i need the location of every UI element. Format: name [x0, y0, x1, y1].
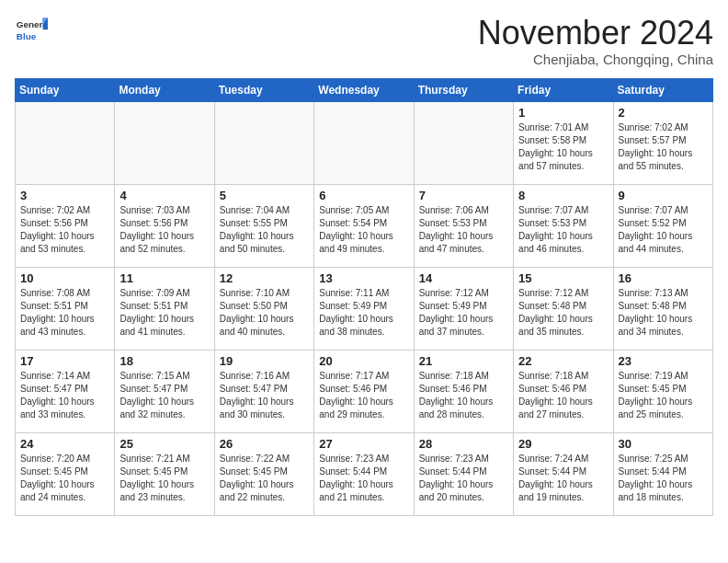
weekday-header-friday: Friday [514, 78, 613, 101]
day-number: 27 [319, 437, 408, 451]
day-info: Sunrise: 7:18 AM Sunset: 5:46 PM Dayligh… [419, 370, 508, 421]
calendar-table: SundayMondayTuesdayWednesdayThursdayFrid… [15, 78, 713, 516]
location-subtitle: Chenjiaba, Chongqing, China [478, 52, 713, 67]
day-info: Sunrise: 7:25 AM Sunset: 5:44 PM Dayligh… [619, 453, 708, 504]
day-number: 9 [619, 189, 708, 202]
weekday-header-monday: Monday [115, 78, 214, 101]
calendar-cell: 2Sunrise: 7:02 AM Sunset: 5:57 PM Daylig… [613, 101, 712, 184]
logo: General Blue [15, 15, 48, 48]
calendar-cell: 26Sunrise: 7:22 AM Sunset: 5:45 PM Dayli… [214, 432, 313, 515]
calendar-cell: 6Sunrise: 7:05 AM Sunset: 5:54 PM Daylig… [314, 184, 414, 267]
calendar-cell: 12Sunrise: 7:10 AM Sunset: 5:50 PM Dayli… [214, 267, 313, 350]
day-info: Sunrise: 7:18 AM Sunset: 5:46 PM Dayligh… [518, 370, 608, 421]
weekday-header-thursday: Thursday [414, 78, 513, 101]
calendar-cell: 8Sunrise: 7:07 AM Sunset: 5:53 PM Daylig… [514, 184, 613, 267]
day-number: 10 [20, 271, 109, 285]
day-number: 8 [518, 189, 608, 202]
day-number: 13 [319, 271, 408, 285]
weekday-header-row: SundayMondayTuesdayWednesdayThursdayFrid… [16, 78, 713, 101]
day-info: Sunrise: 7:02 AM Sunset: 5:57 PM Dayligh… [619, 121, 708, 173]
calendar-cell: 22Sunrise: 7:18 AM Sunset: 5:46 PM Dayli… [514, 350, 613, 432]
day-number: 2 [619, 106, 708, 120]
calendar-cell: 29Sunrise: 7:24 AM Sunset: 5:44 PM Dayli… [514, 432, 613, 515]
calendar-week-row: 3Sunrise: 7:02 AM Sunset: 5:56 PM Daylig… [16, 184, 713, 267]
calendar-cell: 17Sunrise: 7:14 AM Sunset: 5:47 PM Dayli… [16, 350, 115, 432]
weekday-header-saturday: Saturday [613, 78, 712, 101]
calendar-cell: 13Sunrise: 7:11 AM Sunset: 5:49 PM Dayli… [314, 267, 414, 350]
day-number: 21 [419, 354, 508, 368]
calendar-week-row: 24Sunrise: 7:20 AM Sunset: 5:45 PM Dayli… [16, 432, 713, 515]
day-number: 24 [20, 437, 109, 451]
calendar-cell: 28Sunrise: 7:23 AM Sunset: 5:44 PM Dayli… [414, 432, 513, 515]
calendar-cell: 20Sunrise: 7:17 AM Sunset: 5:46 PM Dayli… [314, 350, 414, 432]
calendar-cell [16, 101, 115, 184]
calendar-cell: 7Sunrise: 7:06 AM Sunset: 5:53 PM Daylig… [414, 184, 513, 267]
weekday-header-sunday: Sunday [16, 78, 115, 101]
day-number: 20 [319, 354, 408, 368]
calendar-cell: 19Sunrise: 7:16 AM Sunset: 5:47 PM Dayli… [214, 350, 313, 432]
day-info: Sunrise: 7:23 AM Sunset: 5:44 PM Dayligh… [319, 453, 408, 504]
day-number: 29 [518, 437, 608, 451]
day-info: Sunrise: 7:12 AM Sunset: 5:48 PM Dayligh… [518, 287, 608, 339]
day-info: Sunrise: 7:10 AM Sunset: 5:50 PM Dayligh… [220, 287, 309, 339]
calendar-cell: 16Sunrise: 7:13 AM Sunset: 5:48 PM Dayli… [613, 267, 712, 350]
day-number: 30 [619, 437, 708, 451]
day-number: 1 [518, 106, 608, 120]
day-info: Sunrise: 7:06 AM Sunset: 5:53 PM Dayligh… [419, 204, 508, 256]
calendar-cell: 24Sunrise: 7:20 AM Sunset: 5:45 PM Dayli… [16, 432, 115, 515]
day-number: 23 [619, 354, 708, 368]
weekday-header-wednesday: Wednesday [314, 78, 414, 101]
month-title: November 2024 [478, 15, 713, 52]
calendar-cell: 3Sunrise: 7:02 AM Sunset: 5:56 PM Daylig… [16, 184, 115, 267]
calendar-cell: 21Sunrise: 7:18 AM Sunset: 5:46 PM Dayli… [414, 350, 513, 432]
day-info: Sunrise: 7:08 AM Sunset: 5:51 PM Dayligh… [20, 287, 109, 339]
calendar-cell: 15Sunrise: 7:12 AM Sunset: 5:48 PM Dayli… [514, 267, 613, 350]
day-info: Sunrise: 7:07 AM Sunset: 5:52 PM Dayligh… [619, 204, 708, 256]
calendar-cell: 10Sunrise: 7:08 AM Sunset: 5:51 PM Dayli… [16, 267, 115, 350]
day-info: Sunrise: 7:20 AM Sunset: 5:45 PM Dayligh… [20, 453, 109, 504]
day-number: 22 [518, 354, 608, 368]
logo-icon: General Blue [15, 15, 48, 48]
day-info: Sunrise: 7:16 AM Sunset: 5:47 PM Dayligh… [220, 370, 309, 421]
calendar-cell: 11Sunrise: 7:09 AM Sunset: 5:51 PM Dayli… [115, 267, 214, 350]
day-info: Sunrise: 7:13 AM Sunset: 5:48 PM Dayligh… [619, 287, 708, 339]
calendar-week-row: 10Sunrise: 7:08 AM Sunset: 5:51 PM Dayli… [16, 267, 713, 350]
day-info: Sunrise: 7:05 AM Sunset: 5:54 PM Dayligh… [319, 204, 408, 256]
calendar-cell: 23Sunrise: 7:19 AM Sunset: 5:45 PM Dayli… [613, 350, 712, 432]
day-info: Sunrise: 7:09 AM Sunset: 5:51 PM Dayligh… [119, 287, 209, 339]
calendar-cell: 4Sunrise: 7:03 AM Sunset: 5:56 PM Daylig… [115, 184, 214, 267]
day-info: Sunrise: 7:12 AM Sunset: 5:49 PM Dayligh… [419, 287, 508, 339]
day-number: 5 [220, 189, 309, 202]
calendar-cell: 5Sunrise: 7:04 AM Sunset: 5:55 PM Daylig… [214, 184, 313, 267]
calendar-cell [115, 101, 214, 184]
day-info: Sunrise: 7:14 AM Sunset: 5:47 PM Dayligh… [20, 370, 109, 421]
day-number: 4 [119, 189, 209, 202]
calendar-cell: 18Sunrise: 7:15 AM Sunset: 5:47 PM Dayli… [115, 350, 214, 432]
day-info: Sunrise: 7:11 AM Sunset: 5:49 PM Dayligh… [319, 287, 408, 339]
title-area: November 2024 Chenjiaba, Chongqing, Chin… [478, 15, 713, 67]
calendar-week-row: 1Sunrise: 7:01 AM Sunset: 5:58 PM Daylig… [16, 101, 713, 184]
day-info: Sunrise: 7:02 AM Sunset: 5:56 PM Dayligh… [20, 204, 109, 256]
day-info: Sunrise: 7:17 AM Sunset: 5:46 PM Dayligh… [319, 370, 408, 421]
day-number: 17 [20, 354, 109, 368]
calendar-week-row: 17Sunrise: 7:14 AM Sunset: 5:47 PM Dayli… [16, 350, 713, 432]
calendar-cell: 9Sunrise: 7:07 AM Sunset: 5:52 PM Daylig… [613, 184, 712, 267]
day-info: Sunrise: 7:03 AM Sunset: 5:56 PM Dayligh… [119, 204, 209, 256]
day-number: 12 [220, 271, 309, 285]
day-number: 3 [20, 189, 109, 202]
page-header: General Blue November 2024 Chenjiaba, Ch… [15, 15, 713, 67]
calendar-cell: 27Sunrise: 7:23 AM Sunset: 5:44 PM Dayli… [314, 432, 414, 515]
calendar-cell: 25Sunrise: 7:21 AM Sunset: 5:45 PM Dayli… [115, 432, 214, 515]
calendar-cell: 14Sunrise: 7:12 AM Sunset: 5:49 PM Dayli… [414, 267, 513, 350]
day-info: Sunrise: 7:01 AM Sunset: 5:58 PM Dayligh… [518, 121, 608, 173]
day-info: Sunrise: 7:04 AM Sunset: 5:55 PM Dayligh… [220, 204, 309, 256]
day-number: 25 [119, 437, 209, 451]
day-number: 15 [518, 271, 608, 285]
svg-text:Blue: Blue [17, 31, 37, 41]
calendar-cell [314, 101, 414, 184]
day-number: 14 [419, 271, 508, 285]
calendar-cell: 1Sunrise: 7:01 AM Sunset: 5:58 PM Daylig… [514, 101, 613, 184]
day-info: Sunrise: 7:19 AM Sunset: 5:45 PM Dayligh… [619, 370, 708, 421]
day-number: 11 [119, 271, 209, 285]
day-info: Sunrise: 7:21 AM Sunset: 5:45 PM Dayligh… [119, 453, 209, 504]
